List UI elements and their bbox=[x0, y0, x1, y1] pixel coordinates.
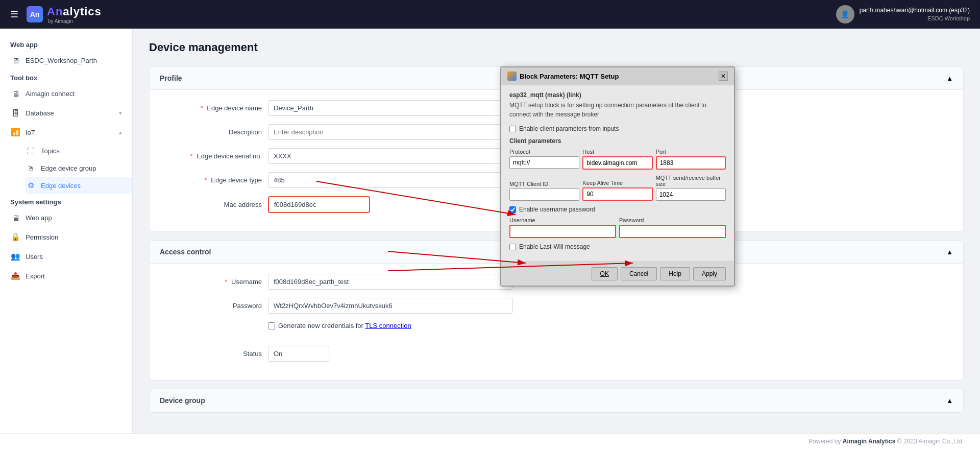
footer-copy: © 2023 Aimagin Co.,Ltd. bbox=[897, 438, 964, 445]
permission-label: Permission bbox=[26, 233, 122, 241]
hamburger-icon[interactable]: ☰ bbox=[10, 9, 18, 20]
help-button[interactable]: Help bbox=[660, 267, 690, 280]
mqtt-client-id-input[interactable] bbox=[509, 188, 579, 201]
username-label: * Username bbox=[160, 278, 262, 286]
form-row-password: Password bbox=[160, 298, 953, 314]
password-input[interactable] bbox=[268, 298, 513, 314]
protocol-field: Protocol mqtt:// bbox=[509, 149, 579, 170]
description-label: Description bbox=[160, 128, 262, 136]
app-subtitle: by Aimagin bbox=[48, 18, 102, 24]
host-input[interactable] bbox=[582, 156, 652, 170]
client-id-keepalive-row: MQTT Client ID Keep Alive Time MQTT send… bbox=[509, 175, 726, 201]
modal-password-input[interactable] bbox=[619, 225, 726, 238]
toolbox-section-label: Tool box bbox=[0, 70, 132, 84]
protocol-label: Protocol bbox=[509, 149, 579, 155]
footer: Powered by Aimagin Analytics © 2023 Aima… bbox=[0, 433, 980, 449]
iot-submenu: ⛶ Topics 🖱 Edge device group ⚙ Edge devi… bbox=[0, 142, 132, 194]
modal-title-left: Block Parameters: MQTT Setup bbox=[507, 72, 619, 81]
ok-button[interactable]: OK bbox=[592, 267, 618, 280]
avatar: 👤 bbox=[836, 5, 854, 23]
sidebar-item-webapp[interactable]: 🖥 ESDC_Workshop_Parth bbox=[0, 51, 132, 70]
export-icon: 📤 bbox=[10, 271, 20, 281]
edge-device-name-input[interactable] bbox=[268, 100, 513, 116]
modal-close-button[interactable]: ✕ bbox=[719, 72, 728, 81]
apply-button[interactable]: Apply bbox=[693, 267, 726, 280]
sidebar: Web app 🖥 ESDC_Workshop_Parth Tool box 🖥… bbox=[0, 29, 133, 433]
keep-alive-input[interactable] bbox=[582, 187, 652, 201]
form-row-status: Status bbox=[160, 346, 953, 362]
type-input[interactable] bbox=[268, 172, 513, 188]
sidebar-item-permission[interactable]: 🔒 Permission bbox=[0, 227, 132, 247]
tls-link[interactable]: TLS connection bbox=[365, 322, 411, 329]
collapse-icon: ▲ bbox=[946, 75, 953, 82]
export-label: Export bbox=[26, 272, 122, 280]
web-app-icon: 🖥 bbox=[10, 212, 20, 223]
app-title: Analytics bbox=[47, 5, 102, 18]
username-input[interactable] bbox=[268, 274, 513, 290]
app-logo: An Analytics by Aimagin bbox=[27, 5, 102, 24]
enable-username-checkbox[interactable] bbox=[509, 206, 516, 213]
footer-text: Powered by bbox=[808, 438, 843, 445]
type-label: * Edge device type bbox=[160, 176, 262, 184]
sidebar-item-export[interactable]: 📤 Export bbox=[0, 266, 132, 286]
mqtt-client-id-field: MQTT Client ID bbox=[509, 181, 579, 201]
iot-label: IoT bbox=[26, 129, 114, 136]
user-workshop: ESDC Workshop bbox=[860, 15, 970, 22]
tls-checkbox-row: Generate new credentials for TLS connect… bbox=[268, 322, 411, 329]
status-input[interactable] bbox=[268, 346, 329, 362]
modal-username-label: Username bbox=[509, 217, 616, 223]
permission-icon: 🔒 bbox=[10, 232, 20, 242]
modal-username-input[interactable] bbox=[509, 225, 616, 238]
modal-body: esp32_mqtt (mask) (link) MQTT setup bloc… bbox=[501, 85, 734, 262]
sidebar-item-iot[interactable]: 📶 IoT ▴ bbox=[0, 123, 132, 142]
iot-icon: 📶 bbox=[10, 127, 20, 137]
tls-label: Generate new credentials for TLS connect… bbox=[278, 322, 411, 329]
page-title: Device management bbox=[149, 41, 964, 54]
sidebar-item-users[interactable]: 👥 Users bbox=[0, 247, 132, 266]
sidebar-item-edge-device-group[interactable]: 🖱 Edge device group bbox=[26, 159, 132, 177]
sidebar-item-database[interactable]: 🗄 Database ▾ bbox=[0, 103, 132, 123]
enable-client-checkbox[interactable] bbox=[509, 126, 516, 132]
description-input[interactable] bbox=[268, 124, 513, 140]
port-input[interactable] bbox=[656, 156, 726, 170]
sidebar-item-aimagin-connect[interactable]: 🖥 Aimagin connect bbox=[0, 84, 132, 103]
collapse-icon-3: ▲ bbox=[946, 397, 953, 405]
buffer-label: MQTT send/recieve buffer size bbox=[656, 175, 726, 187]
sidebar-item-web-app[interactable]: 🖥 Web app bbox=[0, 208, 132, 227]
topics-label: Topics bbox=[41, 147, 122, 155]
tls-checkbox[interactable] bbox=[268, 322, 275, 329]
device-group-card: Device group ▲ bbox=[149, 389, 964, 413]
sidebar-item-topics[interactable]: ⛶ Topics bbox=[26, 142, 132, 159]
modal-description: MQTT setup block is for setting up conne… bbox=[509, 101, 726, 119]
device-group-header[interactable]: Device group ▲ bbox=[150, 389, 963, 412]
modal-footer: OK Cancel Help Apply bbox=[501, 262, 734, 286]
webapp-icon: 🖥 bbox=[10, 55, 20, 65]
serial-input[interactable] bbox=[268, 148, 513, 164]
user-info: 👤 parth.maheshwari@hotmail.com (esp32) E… bbox=[836, 5, 970, 23]
chevron-up-icon: ▴ bbox=[119, 129, 122, 136]
database-label: Database bbox=[26, 109, 114, 117]
user-email: parth.maheshwari@hotmail.com (esp32) bbox=[860, 6, 970, 15]
mac-input[interactable] bbox=[268, 196, 370, 213]
edge-device-name-label: * Edge device name bbox=[160, 104, 262, 112]
port-field: Port bbox=[656, 149, 726, 170]
user-details: parth.maheshwari@hotmail.com (esp32) ESD… bbox=[860, 6, 970, 22]
enable-client-row: Enable client parameters from inputs bbox=[509, 125, 726, 132]
mac-label: Mac address bbox=[160, 201, 262, 208]
modal-username-field: Username bbox=[509, 217, 616, 238]
cancel-button[interactable]: Cancel bbox=[621, 267, 657, 280]
edge-device-group-label: Edge device group bbox=[41, 164, 122, 172]
webapp-section-label: Web app bbox=[0, 37, 132, 51]
modal-password-field: Password bbox=[619, 217, 726, 238]
protocol-select[interactable]: mqtt:// bbox=[509, 156, 579, 169]
enable-client-label: Enable client parameters from inputs bbox=[519, 125, 619, 132]
buffer-input[interactable] bbox=[656, 188, 726, 201]
status-label: Status bbox=[160, 350, 262, 358]
edge-devices-icon: ⚙ bbox=[26, 180, 36, 191]
keep-alive-field: Keep Alive Time bbox=[582, 180, 652, 201]
enable-lastwill-checkbox[interactable] bbox=[509, 244, 516, 250]
mqtt-setup-modal: Block Parameters: MQTT Setup ✕ esp32_mqt… bbox=[500, 66, 735, 287]
sidebar-item-edge-devices[interactable]: ⚙ Edge devices bbox=[26, 177, 132, 194]
modal-title: Block Parameters: MQTT Setup bbox=[520, 73, 619, 80]
username-password-row: Username Password bbox=[509, 217, 726, 238]
